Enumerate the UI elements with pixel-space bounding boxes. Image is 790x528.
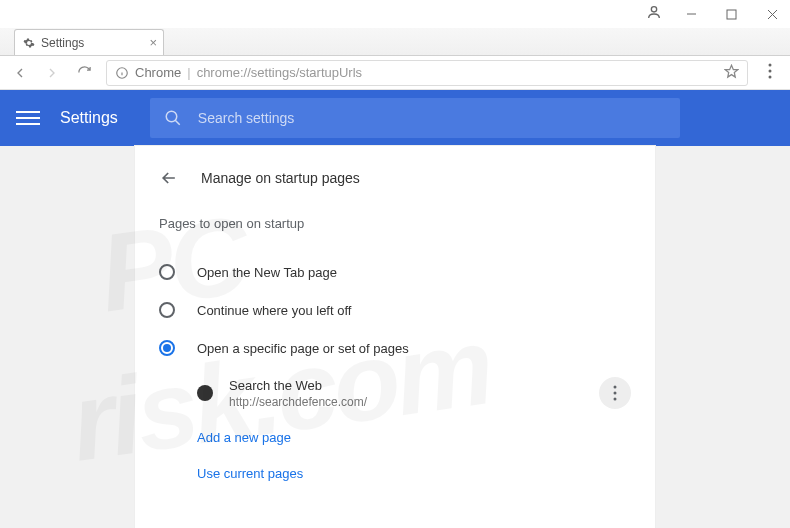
radio-label: Open a specific page or set of pages xyxy=(197,341,409,356)
search-icon xyxy=(164,109,182,127)
browser-tab[interactable]: Settings × xyxy=(14,29,164,55)
close-window-button[interactable] xyxy=(761,2,784,26)
page-title: Search the Web xyxy=(229,378,583,393)
svg-rect-2 xyxy=(727,10,736,19)
user-icon[interactable] xyxy=(646,4,662,24)
use-current-pages-link[interactable]: Use current pages xyxy=(159,455,631,491)
svg-point-11 xyxy=(166,111,177,122)
settings-search[interactable] xyxy=(150,98,680,138)
gear-icon xyxy=(23,37,35,49)
settings-search-input[interactable] xyxy=(198,110,666,126)
more-options-button[interactable] xyxy=(599,377,631,409)
app-title: Settings xyxy=(60,109,118,127)
svg-point-13 xyxy=(614,386,617,389)
svg-point-9 xyxy=(769,69,772,72)
startup-page-item: Search the Web http://searchdefence.com/ xyxy=(159,367,631,419)
window-titlebar xyxy=(0,0,790,28)
radio-label: Continue where you left off xyxy=(197,303,351,318)
svg-point-14 xyxy=(614,392,617,395)
radio-icon xyxy=(159,264,175,280)
startup-card: Manage on startup pages Pages to open on… xyxy=(135,146,655,528)
hamburger-menu-icon[interactable] xyxy=(16,106,40,130)
info-icon xyxy=(115,66,129,80)
bookmark-star-icon[interactable] xyxy=(724,64,739,82)
add-page-link[interactable]: Add a new page xyxy=(159,419,631,455)
svg-point-8 xyxy=(769,63,772,66)
page-url: http://searchdefence.com/ xyxy=(229,395,583,409)
svg-point-15 xyxy=(614,398,617,401)
forward-button[interactable] xyxy=(42,63,62,83)
settings-header: Settings xyxy=(0,90,790,146)
radio-icon xyxy=(159,340,175,356)
svg-point-10 xyxy=(769,75,772,78)
reload-button[interactable] xyxy=(74,63,94,83)
close-tab-icon[interactable]: × xyxy=(149,35,157,50)
radio-option-specific[interactable]: Open a specific page or set of pages xyxy=(159,329,631,367)
back-arrow-icon[interactable] xyxy=(159,168,179,188)
svg-line-12 xyxy=(175,120,180,125)
tab-strip: Settings × xyxy=(0,28,790,56)
svg-point-0 xyxy=(651,7,656,12)
address-bar: Chrome | chrome://settings/startupUrls xyxy=(0,56,790,90)
radio-option-continue[interactable]: Continue where you left off xyxy=(159,291,631,329)
section-label: Pages to open on startup xyxy=(159,216,631,231)
url-path: chrome://settings/startupUrls xyxy=(197,65,362,80)
favicon-icon xyxy=(197,385,213,401)
radio-label: Open the New Tab page xyxy=(197,265,337,280)
url-scheme: Chrome xyxy=(135,65,181,80)
back-button[interactable] xyxy=(10,63,30,83)
radio-option-newtab[interactable]: Open the New Tab page xyxy=(159,253,631,291)
content-stage: Manage on startup pages Pages to open on… xyxy=(0,146,790,528)
url-input[interactable]: Chrome | chrome://settings/startupUrls xyxy=(106,60,748,86)
card-title: Manage on startup pages xyxy=(201,170,360,186)
radio-icon xyxy=(159,302,175,318)
browser-menu-button[interactable] xyxy=(760,63,780,83)
minimize-button[interactable] xyxy=(680,2,703,26)
tab-title: Settings xyxy=(41,36,84,50)
maximize-button[interactable] xyxy=(721,2,744,26)
